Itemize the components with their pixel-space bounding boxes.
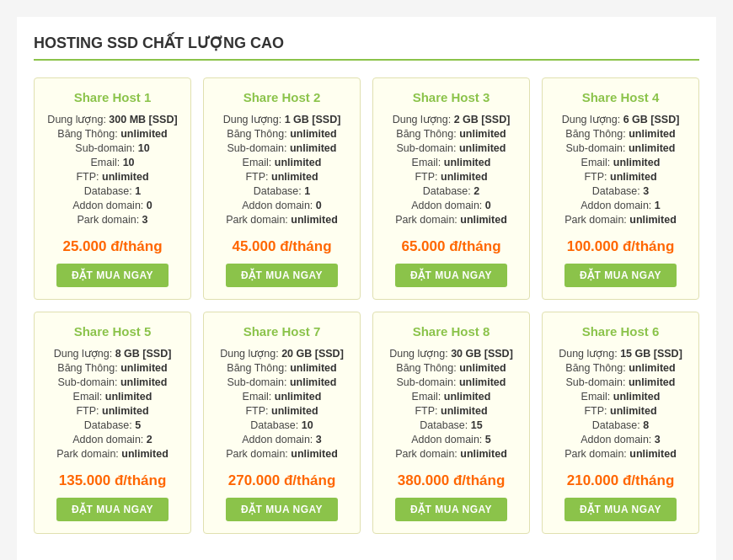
spec-row: Park domain: unlimited: [553, 448, 688, 460]
card-title: Share Host 4: [582, 90, 660, 104]
spec-row: FTP: unlimited: [214, 171, 350, 183]
hosting-card: Share Host 6Dung lượng: 15 GB [SSD]Băng …: [542, 312, 699, 534]
spec-row: Park domain: 3: [45, 214, 180, 226]
spec-row: Sub-domain: unlimited: [214, 142, 350, 154]
card-specs: Dung lượng: 30 GB [SSD]Băng Thông: unlim…: [383, 347, 519, 462]
spec-row: Email: 10: [45, 157, 180, 168]
buy-button[interactable]: ĐẶT MUA NGAY: [56, 264, 169, 287]
hosting-card: Share Host 5Dung lượng: 8 GB [SSD]Băng T…: [34, 312, 191, 534]
spec-row: Database: 1: [214, 185, 350, 197]
spec-row: FTP: unlimited: [45, 171, 180, 183]
spec-row: Park domain: unlimited: [214, 214, 350, 226]
spec-row: Database: 1: [45, 185, 180, 197]
spec-row: Băng Thông: unlimited: [383, 362, 519, 374]
spec-row: Sub-domain: 10: [45, 142, 180, 154]
hosting-card: Share Host 8Dung lượng: 30 GB [SSD]Băng …: [372, 312, 530, 534]
spec-row: Addon domain: 0: [383, 200, 519, 211]
spec-row: Dung lượng: 6 GB [SSD]: [553, 113, 688, 125]
spec-row: FTP: unlimited: [553, 171, 688, 183]
spec-row: Sub-domain: unlimited: [553, 376, 688, 388]
spec-row: Database: 5: [45, 419, 180, 431]
card-title: Share Host 8: [413, 324, 490, 339]
spec-row: Dung lượng: 1 GB [SSD]: [214, 113, 350, 125]
spec-row: Email: unlimited: [553, 157, 688, 168]
buy-button[interactable]: ĐẶT MUA NGAY: [226, 498, 338, 521]
card-price: 100.000 đ/tháng: [567, 238, 675, 255]
row1-grid: Share Host 1Dung lượng: 300 MB [SSD]Băng…: [34, 77, 699, 300]
row2-grid: Share Host 5Dung lượng: 8 GB [SSD]Băng T…: [34, 312, 699, 534]
spec-row: Sub-domain: unlimited: [45, 376, 180, 388]
spec-row: Sub-domain: unlimited: [553, 142, 688, 154]
spec-row: Sub-domain: unlimited: [383, 142, 519, 154]
spec-row: Database: 10: [214, 419, 350, 431]
spec-row: Email: unlimited: [214, 157, 350, 168]
spec-row: Dung lượng: 8 GB [SSD]: [45, 347, 180, 360]
buy-button[interactable]: ĐẶT MUA NGAY: [56, 498, 169, 521]
buy-button[interactable]: ĐẶT MUA NGAY: [564, 498, 677, 521]
hosting-card: Share Host 3Dung lượng: 2 GB [SSD]Băng T…: [372, 77, 530, 300]
spec-row: Park domain: unlimited: [383, 214, 519, 226]
spec-row: FTP: unlimited: [214, 405, 350, 417]
spec-row: Email: unlimited: [553, 391, 688, 403]
buy-button[interactable]: ĐẶT MUA NGAY: [395, 498, 507, 521]
spec-row: Dung lượng: 300 MB [SSD]: [45, 113, 180, 125]
section-title: HOSTING SSD CHẤT LƯỢNG CAO: [34, 34, 699, 61]
spec-row: Park domain: unlimited: [45, 448, 180, 460]
card-specs: Dung lượng: 15 GB [SSD]Băng Thông: unlim…: [553, 347, 688, 462]
spec-row: Database: 3: [553, 185, 688, 197]
spec-row: Addon domain: 2: [45, 434, 180, 445]
hosting-card: Share Host 1Dung lượng: 300 MB [SSD]Băng…: [34, 77, 191, 300]
spec-row: Sub-domain: unlimited: [383, 376, 519, 388]
spec-row: Băng Thông: unlimited: [553, 362, 688, 374]
buy-button[interactable]: ĐẶT MUA NGAY: [226, 264, 338, 287]
card-title: Share Host 1: [74, 90, 152, 104]
spec-row: Dung lượng: 30 GB [SSD]: [383, 347, 519, 360]
hosting-card: Share Host 2Dung lượng: 1 GB [SSD]Băng T…: [203, 77, 361, 300]
page-wrapper: HOSTING SSD CHẤT LƯỢNG CAO Share Host 1D…: [17, 17, 716, 560]
buy-button[interactable]: ĐẶT MUA NGAY: [395, 264, 507, 287]
spec-row: Addon domain: 3: [553, 434, 688, 445]
card-specs: Dung lượng: 20 GB [SSD]Băng Thông: unlim…: [214, 347, 350, 462]
spec-row: Park domain: unlimited: [553, 214, 688, 226]
card-title: Share Host 2: [243, 90, 321, 104]
spec-row: Database: 2: [383, 185, 519, 197]
spec-row: Dung lượng: 2 GB [SSD]: [383, 113, 519, 125]
card-specs: Dung lượng: 2 GB [SSD]Băng Thông: unlimi…: [383, 113, 519, 228]
card-title: Share Host 7: [243, 324, 321, 339]
hosting-card: Share Host 4Dung lượng: 6 GB [SSD]Băng T…: [542, 77, 699, 300]
card-price: 270.000 đ/tháng: [228, 472, 336, 489]
spec-row: Database: 15: [383, 419, 519, 431]
spec-row: Email: unlimited: [214, 391, 350, 403]
spec-row: Băng Thông: unlimited: [553, 128, 688, 140]
spec-row: Email: unlimited: [45, 391, 180, 403]
spec-row: Database: 8: [553, 419, 688, 431]
hosting-card: Share Host 7Dung lượng: 20 GB [SSD]Băng …: [203, 312, 361, 534]
spec-row: Sub-domain: unlimited: [214, 376, 350, 388]
card-specs: Dung lượng: 300 MB [SSD]Băng Thông: unli…: [45, 113, 180, 228]
spec-row: Băng Thông: unlimited: [383, 128, 519, 140]
spec-row: Băng Thông: unlimited: [214, 362, 350, 374]
spec-row: Băng Thông: unlimited: [45, 362, 180, 374]
card-title: Share Host 6: [582, 324, 660, 339]
spec-row: Addon domain: 0: [214, 200, 350, 211]
card-title: Share Host 3: [413, 90, 490, 104]
card-specs: Dung lượng: 8 GB [SSD]Băng Thông: unlimi…: [45, 347, 180, 462]
card-price: 135.000 đ/tháng: [59, 472, 167, 489]
spec-row: Park domain: unlimited: [383, 448, 519, 460]
card-price: 65.000 đ/tháng: [401, 238, 500, 255]
spec-row: Addon domain: 0: [45, 200, 180, 211]
spec-row: Park domain: unlimited: [214, 448, 350, 460]
spec-row: Email: unlimited: [383, 157, 519, 168]
spec-row: FTP: unlimited: [553, 405, 688, 417]
spec-row: Addon domain: 5: [383, 434, 519, 445]
buy-button[interactable]: ĐẶT MUA NGAY: [564, 264, 677, 287]
card-specs: Dung lượng: 1 GB [SSD]Băng Thông: unlimi…: [214, 113, 350, 228]
spec-row: Băng Thông: unlimited: [214, 128, 350, 140]
spec-row: Email: unlimited: [383, 391, 519, 403]
card-specs: Dung lượng: 6 GB [SSD]Băng Thông: unlimi…: [553, 113, 688, 228]
card-title: Share Host 5: [74, 324, 152, 339]
spec-row: FTP: unlimited: [383, 405, 519, 417]
spec-row: Dung lượng: 15 GB [SSD]: [553, 347, 688, 360]
card-price: 210.000 đ/tháng: [567, 472, 675, 489]
spec-row: Addon domain: 3: [214, 434, 350, 445]
